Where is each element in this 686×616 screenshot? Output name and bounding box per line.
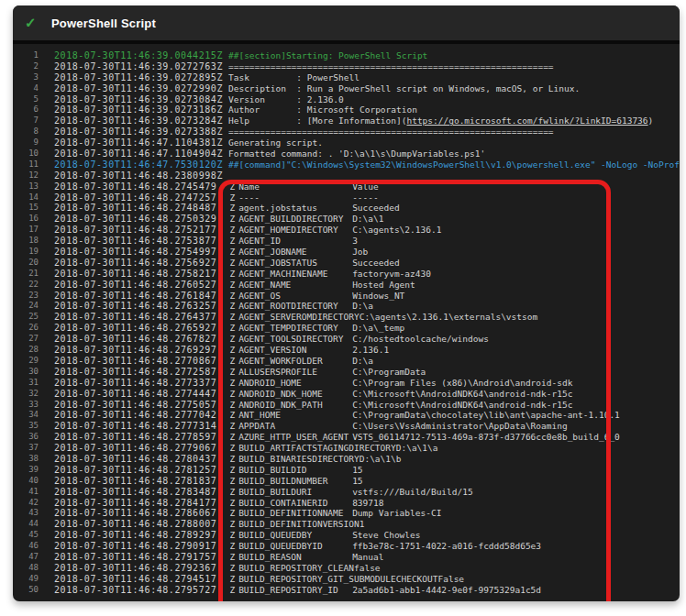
timestamp-z-suffix: Z	[222, 247, 238, 258]
log-line: 42018-07-30T11:46:39.0272990ZDescription…	[13, 83, 680, 94]
line-content: ZBUILD_REASONManual	[222, 552, 383, 563]
line-number[interactable]: 25	[13, 312, 39, 323]
line-number[interactable]: 9	[13, 138, 39, 148]
log-line: 142018-07-30T11:46:48.2747257Z---------	[13, 192, 680, 204]
variable-name: BUILD_BUILDID	[238, 465, 352, 476]
line-number[interactable]: 10	[13, 148, 39, 160]
log-line: 202018-07-30T11:46:48.2756927ZAGENT_JOBS…	[13, 258, 680, 269]
timestamp-z-suffix: Z	[222, 269, 238, 280]
line-number[interactable]: 49	[13, 574, 39, 585]
line-number[interactable]: 26	[13, 323, 39, 334]
line-number[interactable]: 37	[13, 443, 39, 454]
line-number[interactable]: 28	[13, 345, 39, 356]
line-number[interactable]: 21	[13, 269, 39, 280]
line-number[interactable]: 41	[13, 487, 39, 498]
line-number[interactable]: 44	[13, 519, 39, 530]
line-number[interactable]: 2	[13, 61, 39, 72]
line-number[interactable]: 33	[13, 400, 39, 411]
line-number[interactable]: 46	[13, 541, 39, 552]
variable-name: ----	[238, 192, 352, 204]
log-line: 402018-07-30T11:46:48.2781837ZBUILD_BUIL…	[13, 476, 680, 487]
line-number[interactable]: 13	[13, 182, 39, 192]
timestamp-z-suffix: Z	[222, 225, 238, 236]
line-timestamp: 2018-07-30T11:46:48.2778597	[54, 432, 216, 443]
line-number[interactable]: 47	[13, 552, 39, 563]
line-number[interactable]: 12	[13, 170, 39, 182]
variable-name: AGENT_OS	[238, 291, 352, 302]
line-number[interactable]: 29	[13, 356, 39, 367]
line-number[interactable]: 20	[13, 258, 39, 269]
line-number[interactable]: 7	[13, 116, 39, 126]
more-information-link[interactable]: https://go.microsoft.com/fwlink/?LinkID=…	[406, 116, 647, 126]
line-number[interactable]: 4	[13, 83, 39, 94]
line-content: ZAGENT_SERVEROMDIRECTORYC:\agents\2.136.…	[222, 312, 537, 323]
line-number[interactable]: 42	[13, 498, 39, 509]
log-line: 252018-07-30T11:46:48.2764377ZAGENT_SERV…	[13, 312, 680, 323]
log-line: 482018-07-30T11:46:48.2792367ZBUILD_REPO…	[13, 563, 680, 574]
line-number[interactable]: 1	[13, 50, 39, 61]
line-number[interactable]: 8	[13, 126, 39, 138]
line-content: ZAGENT_TEMPDIRECTORYD:\a\_temp	[222, 323, 404, 334]
line-number[interactable]: 32	[13, 389, 39, 400]
line-content: ZBUILD_QUEUEDBYIDffb3e78c-1751-4022-a016…	[222, 541, 541, 552]
line-number[interactable]: 17	[13, 225, 39, 236]
line-number[interactable]: 36	[13, 432, 39, 443]
timestamp-z-suffix: Z	[222, 301, 238, 312]
line-number[interactable]: 14	[13, 192, 39, 204]
variable-value: 15	[352, 476, 362, 487]
variable-value: 1	[360, 519, 365, 530]
line-timestamp: 2018-07-30T11:46:48.2761847	[54, 291, 216, 302]
line-number[interactable]: 30	[13, 367, 39, 378]
variable-value: 15	[352, 465, 362, 476]
line-number[interactable]: 3	[13, 72, 39, 83]
line-number[interactable]: 23	[13, 291, 39, 302]
line-number[interactable]: 18	[13, 236, 39, 247]
line-number[interactable]: 43	[13, 508, 39, 519]
line-number[interactable]: 5	[13, 94, 39, 105]
line-number[interactable]: 50	[13, 585, 39, 596]
log-viewer[interactable]: 12018-07-30T11:46:39.0044215Z##[section]…	[13, 44, 680, 598]
line-number[interactable]: 27	[13, 334, 39, 345]
timestamp-z-suffix: Z	[222, 356, 238, 367]
line-number[interactable]: 16	[13, 214, 39, 225]
line-timestamp: 2018-07-30T11:46:48.2792367	[54, 563, 216, 574]
line-number[interactable]: 22	[13, 280, 39, 291]
help-label: Help : [More Information](	[228, 116, 406, 126]
line-timestamp: 2018-07-30T11:46:47.7530120Z	[54, 160, 223, 170]
variable-value: C:\Users\VssAdministrator\AppData\Roamin…	[352, 421, 568, 432]
line-number[interactable]: 11	[13, 160, 39, 170]
variable-name: APPDATA	[238, 421, 352, 432]
line-timestamp: 2018-07-30T11:46:48.2754997	[54, 247, 216, 258]
timestamp-z-suffix: Z	[222, 345, 238, 356]
line-number[interactable]: 34	[13, 410, 39, 421]
line-content: ZAGENT_JOBNAMEJob	[222, 247, 368, 258]
variable-name: AGENT_MACHINENAME	[238, 269, 352, 280]
variable-name: AGENT_TEMPDIRECTORY	[238, 323, 352, 334]
line-timestamp: 2018-07-30T11:46:48.2777042	[54, 410, 216, 421]
timestamp-z-suffix: Z	[222, 280, 238, 291]
timestamp-z-suffix: Z	[222, 421, 238, 432]
task-title: PowerShell Script	[51, 16, 156, 30]
line-timestamp: 2018-07-30T11:46:48.2760527	[54, 280, 216, 291]
line-content: ZAGENT_ID3	[222, 236, 357, 247]
line-content: ZAPPDATAC:\Users\VssAdministrator\AppDat…	[222, 421, 567, 432]
line-number[interactable]: 48	[13, 563, 39, 574]
line-number[interactable]: 45	[13, 530, 39, 541]
line-content: ZBUILD_BINARIESDIRECTORYD:\a\1\b	[222, 454, 401, 465]
variable-name: AGENT_BUILDDIRECTORY	[238, 214, 352, 225]
line-content: Z---------	[222, 192, 378, 204]
line-number[interactable]: 15	[13, 203, 39, 214]
variable-name: BUILD_ARTIFACTSTAGINGDIRECTORY	[238, 443, 396, 454]
line-number[interactable]: 24	[13, 301, 39, 312]
log-line: 432018-07-30T11:46:48.2786067ZBUILD_DEFI…	[13, 508, 680, 519]
variable-value: Value	[352, 182, 379, 192]
log-line: 472018-07-30T11:46:48.2791757ZBUILD_REAS…	[13, 552, 680, 563]
line-number[interactable]: 40	[13, 476, 39, 487]
line-number[interactable]: 35	[13, 421, 39, 432]
variable-value: Job	[352, 247, 368, 258]
line-number[interactable]: 39	[13, 465, 39, 476]
line-number[interactable]: 31	[13, 378, 39, 389]
line-number[interactable]: 6	[13, 104, 39, 116]
line-number[interactable]: 38	[13, 454, 39, 465]
line-number[interactable]: 19	[13, 247, 39, 258]
